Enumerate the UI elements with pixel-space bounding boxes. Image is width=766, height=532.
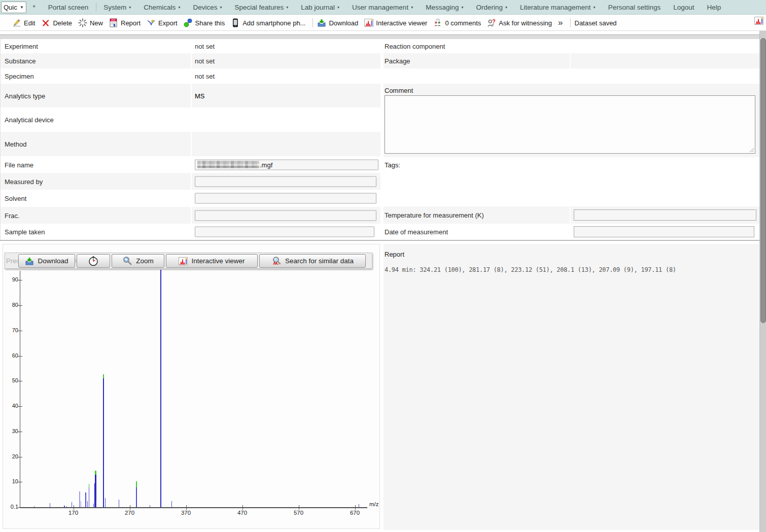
- download-button[interactable]: Download: [18, 254, 75, 268]
- chevron-down-icon: ▾: [286, 5, 288, 10]
- toolbar-new-button[interactable]: New: [78, 18, 103, 27]
- metadata-form: Experimentnot setSubstancenot setSpecime…: [0, 39, 759, 240]
- toolbar--button[interactable]: »: [558, 18, 563, 28]
- y-tick: [18, 406, 22, 407]
- search-for-similar-data-button[interactable]: Search for similar data: [259, 254, 366, 268]
- interactive-viewer-button[interactable]: Interactive viewer: [166, 254, 258, 268]
- field-label: Analytical device: [5, 116, 54, 124]
- toolbar-divider: [312, 18, 313, 27]
- toolbar-item-label: »: [558, 18, 563, 28]
- quick-menu-select[interactable]: Quic ▼: [1, 2, 26, 13]
- sample-taken-input[interactable]: [195, 227, 374, 237]
- field-label: Method: [5, 140, 26, 148]
- menu-item-label: Ordering: [476, 4, 503, 11]
- tags-label: Tags:: [385, 161, 400, 169]
- spectrum-peak-green-tip: [95, 471, 96, 475]
- button-label: Search for similar data: [285, 257, 354, 265]
- menu-item-user-management[interactable]: User management▾: [346, 4, 420, 11]
- svg-text:?: ?: [492, 18, 496, 24]
- y-tick-label: 80: [12, 302, 18, 308]
- field-label: Specimen: [5, 73, 34, 80]
- toolbar-download-button[interactable]: Download: [317, 18, 358, 27]
- pdf-report-icon: PDF: [109, 18, 118, 27]
- measured-by-row: Measured by: [1, 173, 380, 190]
- menu-item-ordering[interactable]: Ordering▾: [470, 4, 514, 11]
- menu-item-literature-management[interactable]: Literature management▾: [514, 4, 602, 11]
- quick-menu-label: Quic: [4, 4, 17, 11]
- menu-item-messaging[interactable]: Messaging▾: [420, 4, 470, 11]
- measured-by-input[interactable]: [195, 176, 376, 187]
- menu-item-personal-settings[interactable]: Personal settings: [602, 4, 667, 11]
- toolbar-add-smartphone-ph-button[interactable]: Add smartphone ph...: [231, 18, 305, 27]
- toolbar-delete-button[interactable]: Delete: [41, 18, 72, 27]
- toolbar-ask-for-witnessing-button[interactable]: ?RAsk for witnessing: [487, 18, 552, 27]
- date-input[interactable]: [574, 226, 754, 237]
- label-cell: [1, 190, 192, 207]
- comment-textarea[interactable]: [385, 95, 755, 154]
- menu-item-chemicals[interactable]: Chemicals▾: [137, 4, 187, 11]
- method-row: Method: [1, 132, 380, 156]
- left-form-table: Experimentnot setSubstancenot setSpecime…: [0, 39, 380, 240]
- menu-item-label: Special features: [234, 4, 284, 11]
- y-tick: [18, 356, 22, 357]
- y-tick: [18, 331, 22, 331]
- toolbar-item-label: Add smartphone ph...: [242, 19, 305, 27]
- toolbar-interactive-viewer-button[interactable]: Interactive viewer: [364, 18, 427, 27]
- y-tick-label: 20: [12, 453, 18, 459]
- file-name-input[interactable]: .mgf: [195, 159, 378, 170]
- field-label: Sample taken: [5, 228, 45, 236]
- date-row: Date of measurement: [384, 224, 759, 240]
- y-tick-label: 60: [12, 352, 18, 359]
- menu-item-portal-screen[interactable]: Portal screen: [42, 4, 95, 11]
- menu-item-devices[interactable]: Devices▾: [187, 4, 228, 11]
- smartphone-icon: [231, 18, 240, 27]
- menu-item-star[interactable]: *: [26, 4, 42, 11]
- toolbar-report-button[interactable]: PDFReport: [109, 18, 141, 27]
- toolbar-edit-button[interactable]: Edit: [12, 18, 35, 27]
- chevron-down-icon: ▾: [220, 5, 222, 10]
- export-icon: [147, 18, 156, 27]
- button-label: Zoom: [136, 257, 154, 265]
- toolbar-export-button[interactable]: Export: [147, 18, 178, 27]
- menu-items: *Portal screenSystem▾Chemicals▾Devices▾S…: [26, 3, 727, 11]
- x-tick: [299, 505, 299, 510]
- scrollbar-thumb[interactable]: [760, 38, 766, 323]
- zoom-button[interactable]: Zoom: [112, 254, 164, 268]
- y-tick-label: 30: [12, 428, 18, 434]
- redacted-filename-blur: [197, 161, 259, 168]
- zoom-icon: [122, 256, 132, 266]
- menu-item-system[interactable]: System▾: [97, 4, 137, 11]
- menu-item-label: Chemicals: [144, 4, 176, 11]
- new-spark-icon: [78, 18, 87, 27]
- resize-handle-icon[interactable]: [749, 147, 754, 152]
- history-button[interactable]: [77, 254, 110, 268]
- y-tick-label: 0.1: [11, 504, 18, 510]
- date-label: Date of measurement: [385, 228, 448, 236]
- comments-icon: (?!): [433, 18, 442, 27]
- menu-item-logout[interactable]: Logout: [667, 4, 701, 11]
- toolbar-share-this-button[interactable]: Share this: [184, 18, 225, 27]
- toolbar-item-label: New: [90, 19, 103, 27]
- field-value: not set: [195, 57, 215, 65]
- menu-item-special-features[interactable]: Special features▾: [228, 4, 295, 11]
- menu-item-lab-journal[interactable]: Lab journal▾: [295, 4, 346, 11]
- spectrum-corner-icon[interactable]: [754, 17, 763, 27]
- frac-row: Frac.: [1, 207, 380, 224]
- chevron-down-icon: ▾: [411, 5, 413, 10]
- solvent-input[interactable]: [195, 193, 376, 204]
- toolbar-0-comments-button[interactable]: (?!)0 comments: [433, 18, 481, 27]
- menu-item-help[interactable]: Help: [701, 4, 727, 11]
- x-tick: [186, 505, 187, 510]
- spectrum-peak-128: [50, 503, 50, 507]
- spectrum-peak-226: [105, 498, 106, 507]
- label-cell: [1, 132, 192, 156]
- vertical-scrollbar[interactable]: [759, 31, 766, 532]
- frac-input[interactable]: [195, 210, 376, 221]
- temperature-label: Temperature for measurement (K): [385, 211, 484, 219]
- field-value: not set: [195, 73, 215, 80]
- menu-item-label: Personal settings: [608, 4, 661, 11]
- temperature-input[interactable]: [574, 209, 756, 221]
- download-icon: [25, 257, 34, 266]
- spectrum-peak-191.5: [85, 492, 86, 507]
- spectrum-icon: [364, 18, 373, 27]
